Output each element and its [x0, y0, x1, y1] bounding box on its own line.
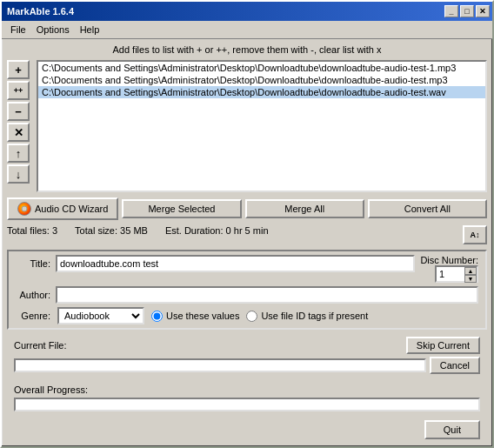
- stats-row: Total files: 3 Total size: 35 MB Est. Du…: [7, 224, 487, 246]
- menu-bar: File Options Help: [2, 21, 492, 39]
- author-row: Author:: [16, 286, 478, 304]
- total-files-value: 3: [52, 225, 57, 236]
- audio-cd-wizard-button[interactable]: Audio CD Wizard: [7, 197, 118, 220]
- duration-value: 0 hr 5 min: [226, 225, 269, 236]
- wizard-button-label: Audio CD Wizard: [35, 204, 108, 214]
- title-field-row: Title:: [16, 255, 415, 272]
- minimize-button[interactable]: _: [444, 5, 458, 17]
- main-window: MarkAble 1.6.4 _ □ ✕ File Options Help A…: [0, 0, 494, 448]
- overall-progress-label: Overall Progress:: [14, 384, 480, 395]
- radio-use-tags-label: Use file ID tags if present: [261, 311, 368, 321]
- file-item[interactable]: C:\Documents and Settings\Administrator\…: [38, 74, 485, 86]
- overall-progress-section: Overall Progress:: [7, 381, 487, 415]
- convert-all-button[interactable]: Convert All: [368, 199, 487, 218]
- close-button[interactable]: ✕: [476, 5, 490, 17]
- current-file-label: Current File:: [14, 340, 67, 351]
- radio-use-tags[interactable]: [246, 311, 257, 322]
- current-file-progress-bar: [14, 358, 426, 372]
- title-disc-row: Title: Disc Number: 1 ▲ ▼: [16, 255, 478, 283]
- form-section: Title: Disc Number: 1 ▲ ▼ Author:: [7, 250, 487, 330]
- total-files-label: Total files: 3: [7, 225, 57, 244]
- duration-label-text: Est. Duration:: [165, 225, 224, 236]
- window-title: MarkAble 1.6.4: [7, 6, 74, 17]
- disc-number-spinner[interactable]: 1 ▲ ▼: [435, 265, 478, 283]
- menu-options[interactable]: Options: [31, 23, 75, 37]
- author-label: Author:: [16, 290, 50, 300]
- genre-row: Genre: Audiobook Podcast Music Use these…: [16, 307, 478, 324]
- merge-all-button[interactable]: Merge All: [245, 199, 364, 218]
- menu-file[interactable]: File: [5, 23, 31, 37]
- sidebar-buttons: + ++ − ✕ ↑ ↓: [7, 60, 33, 192]
- bottom-row: Quit: [7, 418, 487, 443]
- current-file-header: Current File: Skip Current: [14, 337, 480, 354]
- menu-help[interactable]: Help: [75, 23, 105, 37]
- remove-file-button[interactable]: −: [7, 102, 30, 121]
- spinner-up-button[interactable]: ▲: [464, 267, 477, 275]
- add-file-button[interactable]: +: [7, 60, 30, 79]
- genre-select[interactable]: Audiobook Podcast Music: [57, 307, 144, 324]
- move-up-button[interactable]: ↑: [7, 144, 30, 163]
- disc-number-label: Disc Number:: [420, 255, 478, 265]
- disc-number-group: Disc Number: 1 ▲ ▼: [420, 255, 478, 283]
- total-files-label-text: Total files:: [7, 225, 50, 236]
- radio-use-values[interactable]: [151, 311, 163, 322]
- cancel-button[interactable]: Cancel: [430, 357, 480, 374]
- spinner-buttons: ▲ ▼: [464, 267, 477, 281]
- author-input[interactable]: [56, 286, 478, 304]
- cd-icon: [17, 202, 31, 216]
- disc-number-value: 1: [437, 269, 464, 279]
- title-bar-buttons: _ □ ✕: [444, 5, 490, 17]
- hint-text: Add files to list with + or ++, remove t…: [7, 43, 487, 57]
- sort-icon: A↕: [471, 231, 480, 239]
- file-list: C:\Documents and Settings\Administrator\…: [38, 62, 485, 98]
- maximize-button[interactable]: □: [460, 5, 474, 17]
- radio-use-tags-group: Use file ID tags if present: [246, 311, 368, 322]
- total-size-value: 35 MB: [120, 225, 148, 236]
- current-file-section: Current File: Skip Current Cancel: [7, 333, 487, 378]
- spinner-down-button[interactable]: ▼: [464, 275, 477, 283]
- radio-use-values-label: Use these values: [166, 311, 239, 321]
- file-list-container: C:\Documents and Settings\Administrator\…: [37, 60, 487, 192]
- content-area: Add files to list with + or ++, remove t…: [2, 39, 492, 446]
- skip-current-button[interactable]: Skip Current: [406, 337, 480, 354]
- title-label: Title:: [16, 258, 50, 269]
- title-bar: MarkAble 1.6.4 _ □ ✕: [2, 2, 492, 21]
- current-file-bar-row: Cancel: [14, 357, 480, 374]
- total-size-label-text: Total size:: [75, 225, 117, 236]
- clear-list-button[interactable]: ✕: [7, 123, 30, 142]
- file-item[interactable]: C:\Documents and Settings\Administrator\…: [38, 62, 485, 74]
- add-folder-button[interactable]: ++: [7, 81, 30, 100]
- overall-progress-bar: [14, 398, 480, 411]
- radio-use-values-group: Use these values: [151, 311, 239, 322]
- merge-selected-button[interactable]: Merge Selected: [122, 199, 241, 218]
- title-input[interactable]: [56, 255, 415, 272]
- duration-label: Est. Duration: 0 hr 5 min: [165, 225, 269, 244]
- quit-button[interactable]: Quit: [424, 420, 480, 439]
- sort-button[interactable]: A↕: [463, 225, 487, 244]
- genre-label: Genre:: [16, 311, 50, 321]
- action-buttons-row: Audio CD Wizard Merge Selected Merge All…: [7, 197, 487, 220]
- file-item-selected[interactable]: C:\Documents and Settings\Administrator\…: [38, 86, 485, 98]
- total-size-label: Total size: 35 MB: [75, 225, 148, 244]
- main-panel: + ++ − ✕ ↑ ↓ C:\Documents and Settings\A…: [7, 60, 487, 192]
- move-down-button[interactable]: ↓: [7, 164, 30, 184]
